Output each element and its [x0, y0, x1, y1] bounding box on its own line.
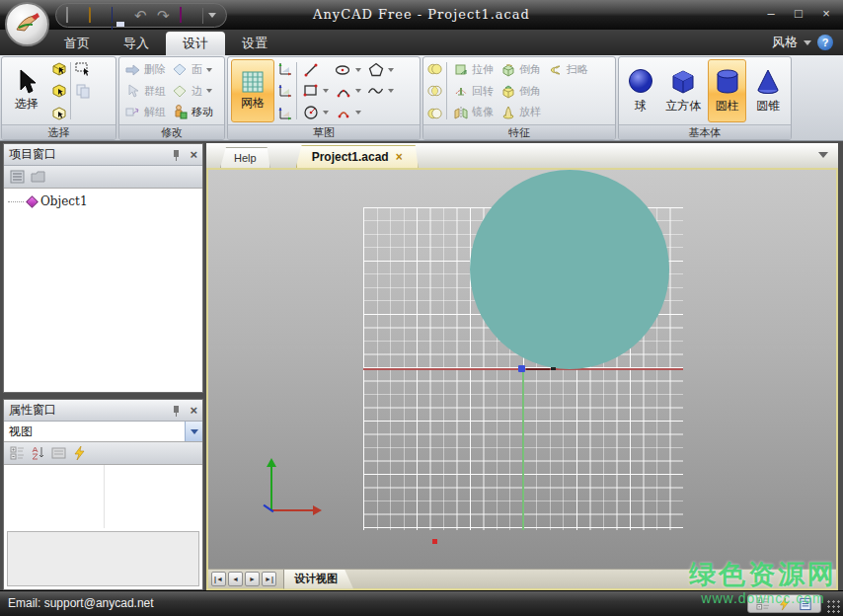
x-axis-arrow: [272, 509, 314, 511]
cube-button[interactable]: 立方体: [661, 59, 706, 122]
line-tool[interactable]: [300, 60, 331, 79]
loft-button[interactable]: 放样: [498, 103, 543, 121]
rectangle-tool[interactable]: [300, 82, 331, 101]
help-icon[interactable]: ?: [817, 35, 833, 50]
rect-select-icon[interactable]: [74, 60, 91, 77]
status-lightning-icon[interactable]: [778, 597, 791, 611]
arc-center-icon: [335, 104, 351, 120]
doc-tabs-dropdown-icon[interactable]: [818, 152, 828, 158]
status-document-icon[interactable]: [799, 597, 812, 611]
cylinder-label: 圆柱: [716, 98, 739, 115]
spline-tool[interactable]: [365, 82, 396, 101]
sphere-icon: [626, 67, 655, 97]
ellipse-tool[interactable]: [333, 60, 363, 79]
nav-first-button[interactable]: |◄: [211, 572, 226, 586]
group-button[interactable]: 群组: [122, 82, 168, 101]
fillet-icon: [499, 83, 516, 100]
circle-caret-icon: [323, 111, 329, 115]
sweep-button[interactable]: 扫略: [545, 60, 590, 79]
project-list-view-icon[interactable]: [10, 170, 25, 184]
alphabetical-sort-icon[interactable]: [31, 446, 45, 460]
design-viewport[interactable]: [208, 170, 836, 569]
tab-import[interactable]: 导入: [107, 32, 166, 55]
selector-value: 视图: [4, 422, 185, 441]
ungroup-button[interactable]: 解组: [122, 103, 168, 121]
tab-design[interactable]: 设计: [166, 32, 225, 55]
ribbon-group-select: 选择: [1, 56, 116, 140]
copy-icon[interactable]: [74, 83, 91, 100]
origin-x-arrow: [526, 368, 550, 370]
cone-label: 圆锥: [756, 98, 780, 115]
property-object-selector[interactable]: 视图: [4, 422, 202, 442]
events-lightning-icon[interactable]: [72, 446, 87, 460]
fillet-button[interactable]: 倒角: [498, 82, 543, 101]
face-button[interactable]: 面: [170, 60, 215, 79]
status-categorized-icon[interactable]: [756, 597, 770, 610]
spacer: [74, 105, 91, 121]
revolve-button[interactable]: 回转: [450, 82, 496, 101]
doc-tab-help[interactable]: Help: [220, 147, 270, 168]
design-view-tab[interactable]: 设计视图: [283, 570, 353, 589]
pin-icon[interactable]: [171, 405, 182, 417]
move-button[interactable]: 移动: [170, 103, 215, 121]
tab-home[interactable]: 首页: [47, 32, 107, 55]
property-pages-icon[interactable]: [51, 446, 66, 460]
window-title: AnyCAD Free - Project1.acad: [0, 0, 843, 30]
cone-button[interactable]: 圆锥: [748, 59, 788, 122]
chamfer-icon: [499, 61, 516, 78]
mirror-button[interactable]: 镜像: [450, 103, 496, 121]
nav-last-button[interactable]: ►|: [262, 572, 276, 586]
property-close-icon[interactable]: ×: [190, 405, 197, 417]
close-button[interactable]: ×: [817, 6, 835, 22]
selector-dropdown-button[interactable]: [185, 422, 202, 441]
style-menu-button[interactable]: 风格: [772, 34, 798, 51]
cylinder-button[interactable]: 圆柱: [708, 59, 747, 122]
edge-button[interactable]: 边: [170, 82, 215, 101]
project-folder-view-icon[interactable]: [31, 170, 45, 184]
maximize-button[interactable]: □: [790, 6, 807, 22]
select-button-label: 选择: [15, 96, 38, 113]
arc-tool[interactable]: [333, 82, 363, 101]
delete-button[interactable]: 删除: [122, 60, 168, 79]
project-close-icon[interactable]: ×: [190, 149, 197, 161]
app-logo-button[interactable]: [5, 2, 49, 46]
sphere-button[interactable]: 球: [622, 59, 659, 122]
style-caret-icon[interactable]: [804, 40, 811, 45]
cylinder-top-circle[interactable]: [470, 170, 669, 369]
boolean-intersect-icon[interactable]: [426, 83, 443, 100]
plane-zx-icon[interactable]: [276, 105, 293, 121]
circle-tool[interactable]: [300, 103, 331, 121]
document-area: Help Project1.acad × |◄: [206, 143, 838, 590]
tab-settings[interactable]: 设置: [225, 32, 284, 55]
grid-button-label: 网格: [241, 95, 265, 112]
boolean-union-icon[interactable]: [426, 60, 443, 77]
plane-yz-icon[interactable]: [276, 83, 293, 100]
tree-item-object1[interactable]: Object1: [8, 194, 198, 208]
pin-icon[interactable]: [171, 149, 182, 161]
extrude-button[interactable]: 拉伸: [450, 60, 496, 79]
arc2-tool[interactable]: [333, 103, 363, 121]
grid-button[interactable]: 网格: [231, 59, 274, 122]
spacer: [365, 103, 396, 121]
boolean-subtract-icon[interactable]: [426, 105, 443, 121]
cylinder-icon: [713, 67, 742, 97]
nav-next-button[interactable]: ►: [245, 572, 260, 586]
select-edge-icon[interactable]: [50, 105, 67, 121]
nav-prev-button[interactable]: ◄: [228, 572, 243, 586]
polygon-tool[interactable]: [365, 60, 396, 79]
doc-tab-project1[interactable]: Project1.acad ×: [296, 145, 419, 168]
resize-grip[interactable]: [827, 600, 841, 614]
polygon-caret-icon: [388, 68, 394, 72]
group-label-sketch: 草图: [228, 124, 420, 139]
chamfer-button[interactable]: 倒角: [498, 60, 543, 79]
select-solid-icon[interactable]: [50, 60, 67, 77]
select-button[interactable]: 选择: [5, 59, 48, 122]
property-grid[interactable]: [4, 465, 202, 528]
plane-xy-icon[interactable]: [276, 60, 293, 77]
ribbon-group-sketch: 网格: [227, 56, 421, 140]
minimize-button[interactable]: –: [762, 6, 780, 22]
select-face-icon[interactable]: [50, 83, 67, 100]
doc-tab-close-icon[interactable]: ×: [396, 147, 403, 167]
categorized-view-icon[interactable]: [10, 446, 25, 460]
loft-icon: [499, 104, 516, 120]
